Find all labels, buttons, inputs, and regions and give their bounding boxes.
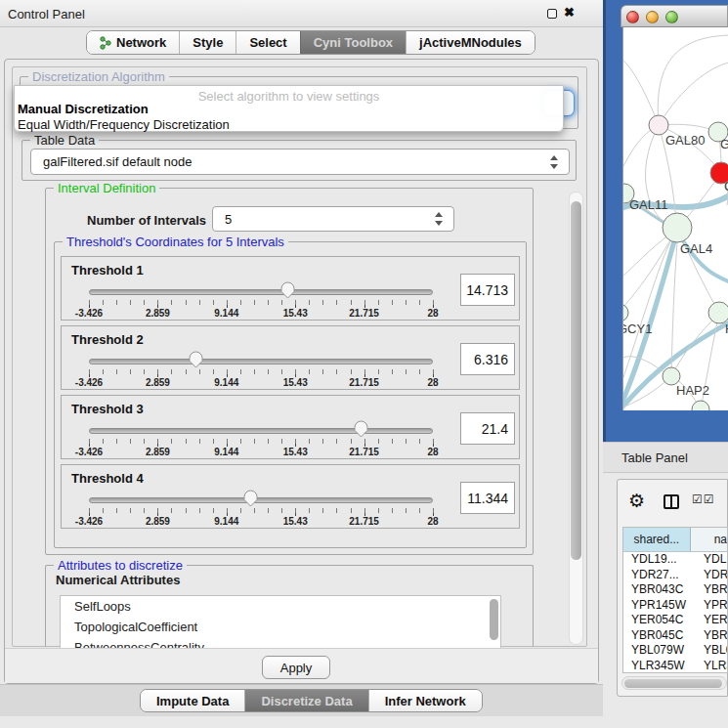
menu-item-manual-discretization[interactable]: Manual Discretization — [18, 102, 149, 116]
tab-cyni-toolbox-label: Cyni Toolbox — [314, 35, 393, 50]
column-header-name[interactable]: na — [691, 528, 727, 551]
table-row[interactable]: YBL079WYBL0 — [623, 643, 727, 659]
list-item-topologicalcoefficient[interactable]: TopologicalCoefficient — [61, 617, 500, 637]
tab-style[interactable]: Style — [179, 31, 236, 54]
columns-icon[interactable] — [664, 494, 679, 509]
list-item-selfloops[interactable]: SelfLoops — [61, 596, 500, 617]
table-data-combobox[interactable]: galFiltered.sif default node — [30, 149, 570, 175]
cell: YBL079W — [623, 643, 696, 659]
table-row[interactable]: YDL19...YDL1 — [623, 552, 727, 568]
list-scrollbar[interactable] — [490, 599, 498, 640]
table-hscrollbar-thumb[interactable] — [624, 679, 722, 688]
node-label-gal4: GAL4 — [680, 241, 712, 256]
scale-label: -3.426 — [75, 447, 103, 457]
scale-label: 28 — [427, 377, 438, 388]
cell: YBR0 — [696, 582, 727, 598]
network-icon — [100, 36, 111, 50]
close-icon[interactable]: ✖ — [564, 5, 575, 20]
node-gal80[interactable] — [649, 115, 668, 135]
minimize-traffic-light[interactable] — [646, 11, 659, 23]
cell: YDR2 — [696, 568, 727, 583]
number-of-intervals-label: Number of Intervals — [87, 213, 206, 228]
threshold-4-value-field[interactable] — [460, 482, 515, 514]
node-label-gal11: GAL11 — [629, 197, 668, 212]
panel-scrollbar-track[interactable] — [569, 192, 583, 645]
tab-impute-data[interactable]: Impute Data — [141, 690, 244, 711]
tab-jactivemnodules[interactable]: jActiveMNodules — [406, 31, 535, 54]
threshold-2-panel: Threshold 2 -3.426 2.859 9.144 15.43 21.… — [61, 325, 520, 390]
attributes-group: Attributes to discretize Numerical Attri… — [45, 565, 534, 647]
threshold-1-slider-track[interactable] — [89, 289, 433, 295]
threshold-3-value-field[interactable] — [460, 412, 515, 445]
threshold-3-slider-thumb[interactable] — [354, 420, 368, 438]
node-label-c: C — [724, 179, 728, 193]
threshold-2-value-field[interactable] — [460, 343, 515, 375]
scale-label: 21.715 — [349, 308, 379, 319]
interval-definition-group: Interval Definition Number of Intervals … — [45, 188, 534, 555]
slider-scale-labels: -3.426 2.859 9.144 15.43 21.715 28 — [89, 447, 433, 458]
float-window-icon[interactable] — [547, 9, 557, 19]
scale-label: 15.43 — [283, 447, 308, 457]
tab-select[interactable]: Select — [236, 31, 299, 54]
thresholds-title: Threshold's Coordinates for 5 Intervals — [63, 235, 288, 249]
node-gcy1[interactable] — [623, 304, 628, 321]
scale-label: 9.144 — [214, 516, 238, 527]
scale-label: 2.859 — [146, 377, 170, 388]
column-header-shared-name[interactable]: shared... — [623, 528, 691, 551]
threshold-4-slider-track[interactable] — [89, 497, 433, 503]
select-columns-checkboxes-icon[interactable]: ☑☑ — [692, 492, 715, 506]
node-label-gal80: GAL80 — [665, 133, 705, 148]
scale-label: -3.426 — [75, 516, 103, 527]
table-row[interactable]: YPR145WYPR1 — [623, 598, 727, 614]
network-graph: GAL80 GA C GAL11 GAL4 GCY1 H HAP2 — [623, 27, 728, 410]
threshold-2-slider-track[interactable] — [89, 359, 433, 364]
table-data-group: Table Data galFiltered.sif default node — [21, 140, 577, 181]
cell: YER0 — [696, 613, 727, 628]
tab-infer-network[interactable]: Infer Network — [368, 690, 482, 711]
gear-icon[interactable]: ⚙ — [628, 492, 645, 510]
tab-network[interactable]: Network — [87, 31, 179, 54]
node-h[interactable] — [708, 302, 728, 323]
table-row[interactable]: YER054CYER0 — [623, 613, 727, 628]
tab-discretize-data[interactable]: Discretize Data — [244, 690, 367, 711]
slider-minor-ticks — [89, 300, 434, 305]
node-gal4[interactable] — [663, 213, 692, 242]
algorithm-dropdown-popup: Select algorithm to view settings Manual… — [14, 85, 564, 132]
cell: YBR043C — [623, 582, 696, 598]
tab-cyni-toolbox[interactable]: Cyni Toolbox — [300, 31, 406, 54]
threshold-2-slider-thumb[interactable] — [189, 351, 203, 368]
numerical-attributes-label: Numerical Attributes — [56, 573, 180, 587]
panel-scrollbar-thumb[interactable] — [571, 201, 581, 560]
table-row[interactable]: YBR045CYBR0 — [623, 628, 727, 644]
zoom-traffic-light[interactable] — [665, 11, 678, 23]
menu-item-equal-width-frequency[interactable]: Equal Width/Frequency Discretization — [18, 117, 230, 132]
network-window-titlebar[interactable] — [621, 5, 728, 27]
table-panel-title: Table Panel — [621, 450, 688, 465]
cell: YDR27... — [623, 568, 696, 583]
slider-minor-ticks — [89, 508, 434, 513]
number-of-intervals-combobox[interactable]: 5 — [212, 206, 454, 232]
cell: YLR345W — [623, 659, 696, 674]
interval-definition-title: Interval Definition — [54, 181, 159, 195]
table-hscrollbar-track[interactable] — [621, 676, 727, 690]
threshold-4-slider-thumb[interactable] — [243, 490, 258, 507]
table-panel-titlebar: Table Panel — [603, 442, 728, 473]
cell: YPR145W — [623, 598, 696, 614]
table-row[interactable]: YBR043CYBR0 — [623, 582, 727, 598]
threshold-3-slider-track[interactable] — [89, 428, 433, 434]
apply-button[interactable]: Apply — [262, 656, 330, 679]
scale-label: 15.43 — [283, 308, 308, 319]
threshold-1-slider-thumb[interactable] — [280, 281, 295, 299]
close-traffic-light[interactable] — [626, 11, 639, 23]
scale-label: 9.144 — [214, 377, 238, 388]
threshold-1-value-field[interactable] — [460, 274, 515, 306]
table-row[interactable]: YLR345WYLR3 — [623, 659, 727, 674]
table-row[interactable]: YDR27...YDR2 — [623, 568, 727, 583]
network-canvas[interactable]: GAL80 GA C GAL11 GAL4 GCY1 H HAP2 — [622, 27, 728, 410]
discretization-algorithm-title: Discretization Algorithm — [28, 69, 169, 84]
table-header-row: shared... na — [623, 528, 727, 552]
node-partial-bottom[interactable] — [692, 401, 709, 410]
scale-label: -3.426 — [75, 377, 103, 388]
tab-select-label: Select — [249, 35, 286, 50]
cell: YPR1 — [696, 598, 727, 614]
